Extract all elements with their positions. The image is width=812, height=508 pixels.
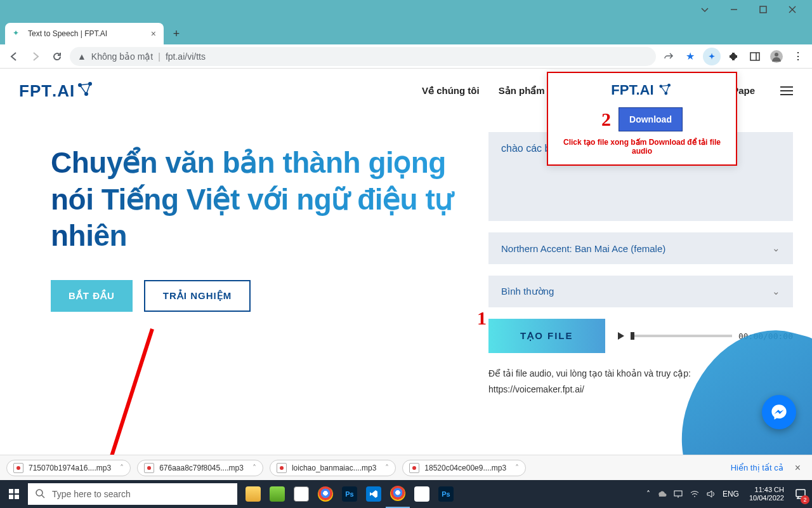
svg-rect-4 [750,53,759,60]
progress-track[interactable] [631,335,732,337]
language-indicator[interactable]: ENG [723,490,739,498]
create-file-button[interactable]: 1 TẠO FILE [488,319,605,353]
tab-title: Text to Speech | FPT.AI [28,29,107,38]
svg-line-13 [86,84,90,94]
play-icon[interactable] [618,332,624,340]
chevron-up-icon[interactable]: ˄ [385,464,389,472]
extension-popup: FPT.AI 2 Download Click tạo file xong bấ… [547,72,737,166]
speed-selected: Bình thường [501,286,554,297]
download-item[interactable]: 676aaa8c79f8045....mp3˄ [137,460,263,476]
svg-rect-1 [760,6,766,13]
taskbar-app-explorer[interactable] [241,480,265,508]
svg-line-27 [42,495,44,498]
show-all-downloads-link[interactable]: Hiển thị tất cả [731,463,783,472]
taskbar-app-chrome-active[interactable] [386,480,410,508]
svg-rect-23 [15,489,19,493]
chevron-up-icon[interactable]: ˄ [515,464,519,472]
address-bar[interactable]: ▲ Không bảo mật | fpt.ai/vi/tts [70,47,656,66]
minimize-button[interactable] [719,0,749,19]
tray-overflow-icon[interactable]: ˄ [646,490,650,498]
close-shelf-button[interactable]: × [790,462,806,474]
browser-tabstrip: ✦ Text to Speech | FPT.AI × + [0,19,812,44]
extensions-puzzle-icon[interactable] [724,48,742,65]
url-text: fpt.ai/vi/tts [166,51,206,62]
chevron-down-icon: ⌄ [772,243,780,254]
annotation-1: 1 [477,307,488,329]
start-button[interactable]: BẮT ĐẦU [51,280,133,312]
back-button[interactable] [5,48,23,65]
messenger-chat-button[interactable] [762,395,796,429]
side-panel-icon[interactable] [746,48,764,65]
new-tab-button[interactable]: + [167,25,185,43]
notification-center-icon[interactable] [789,480,812,508]
hero-headline: Chuyển văn bản thành giọng nói Tiếng Việ… [51,145,463,255]
site-favicon-icon: ✦ [13,29,23,39]
window-titlebar [0,0,812,19]
svg-rect-24 [9,495,13,499]
annotation-2: 2 [601,109,611,130]
svg-rect-28 [674,491,682,496]
svg-line-12 [80,85,86,94]
reload-button[interactable] [48,48,66,65]
share-icon[interactable] [660,48,678,65]
search-placeholder: Type here to search [52,489,131,499]
chevron-up-icon[interactable]: ˄ [252,464,256,472]
taskbar-app-vscode[interactable] [362,480,386,508]
download-item[interactable]: loichao_banmaiac....mp3˄ [270,460,396,476]
page-content: FPT.AI Về chúng tôi Sản phẩm & Dịch vụ T… [0,69,812,455]
taskbar-app[interactable] [265,480,289,508]
svg-rect-25 [15,495,19,499]
taskbar-app[interactable] [410,480,434,508]
speed-select[interactable]: Bình thường ⌄ [488,276,793,307]
taskbar-app-photoshop[interactable]: Ps [434,480,458,508]
system-tray[interactable]: ˄ ENG [641,489,744,499]
windows-taskbar: Type here to search Ps Ps ˄ ENG 11:43 CH… [0,480,812,508]
chevron-up-icon[interactable]: ˄ [120,464,124,472]
svg-rect-30 [796,490,805,497]
hamburger-menu-icon[interactable] [780,86,793,95]
download-shelf: 715070b1974a16....mp3˄ 676aaa8c79f8045..… [0,455,812,480]
kebab-menu-icon[interactable]: ⋮ [789,48,807,65]
browser-tab[interactable]: ✦ Text to Speech | FPT.AI × [5,23,164,44]
browser-toolbar: ▲ Không bảo mật | fpt.ai/vi/tts ★ ✦ ⋮ [0,44,812,69]
chevron-down-icon: ⌄ [772,286,780,297]
site-logo[interactable]: FPT.AI [19,81,95,101]
svg-line-19 [665,85,669,93]
maximize-button[interactable] [749,0,778,19]
download-button[interactable]: Download [619,107,683,131]
profile-avatar-icon[interactable] [768,48,785,65]
bookmark-star-icon[interactable]: ★ [681,48,699,65]
wifi-icon[interactable] [690,489,700,499]
file-icon [13,463,23,473]
forward-button[interactable] [27,48,44,65]
close-tab-button[interactable]: × [151,29,156,39]
ext-logo: FPT.AI [557,82,727,98]
voice-select[interactable]: Northern Accent: Ban Mai Ace (female) ⌄ [488,232,793,264]
file-icon [144,463,154,473]
taskbar-search[interactable]: Type here to search [28,483,237,505]
svg-point-7 [775,53,778,57]
file-icon [409,463,419,473]
insecure-icon: ▲ [77,51,86,62]
file-icon [277,463,287,473]
network-icon[interactable] [673,489,683,499]
taskbar-clock[interactable]: 11:43 CH 10/04/2022 [744,486,789,502]
start-button[interactable] [0,480,28,508]
taskbar-app-photoshop[interactable]: Ps [337,480,362,508]
svg-point-26 [36,490,43,496]
dropdown-icon[interactable] [690,0,719,19]
onedrive-icon[interactable] [657,489,667,499]
nav-about[interactable]: Về chúng tôi [422,85,480,97]
download-item[interactable]: 18520c04ce00e9....mp3˄ [402,460,526,476]
voice-selected: Northern Accent: Ban Mai Ace (female) [501,243,665,254]
extension-icon[interactable]: ✦ [703,48,721,65]
close-window-button[interactable] [778,0,807,19]
ext-hint-text: Click tạo file xong bấm Download để tải … [557,138,727,156]
taskbar-app-chrome[interactable] [313,480,337,508]
download-item[interactable]: 715070b1974a16....mp3˄ [6,460,131,476]
security-label: Không bảo mật [91,51,153,62]
svg-rect-22 [9,489,13,493]
taskbar-app[interactable] [289,480,313,508]
volume-icon[interactable] [706,489,716,499]
try-button[interactable]: TRẢI NGHIỆM [144,280,251,312]
